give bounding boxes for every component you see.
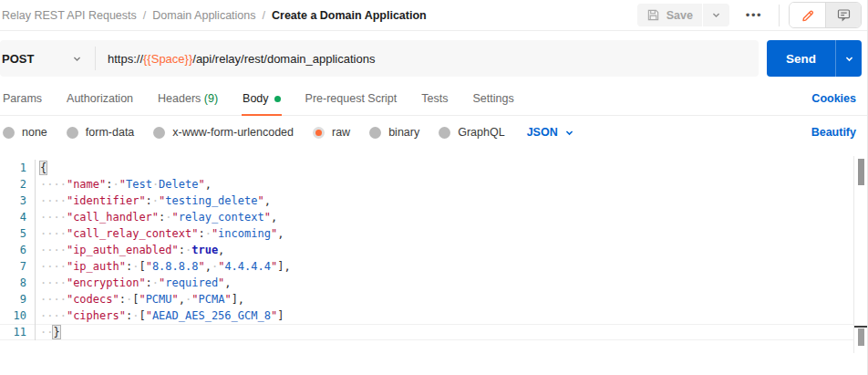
whitespace-dots: ·: [152, 276, 159, 289]
method-select[interactable]: POST: [0, 52, 95, 66]
line-number: 1: [0, 160, 36, 176]
overview-decoration: [858, 328, 864, 346]
tab-modified-dot: [274, 96, 281, 102]
code-token: "ip_auth": [67, 260, 126, 273]
radio-icon: [67, 127, 78, 139]
code-token: ,: [271, 211, 277, 224]
send-button[interactable]: Send: [767, 40, 835, 77]
body-mode-radio-raw[interactable]: raw: [313, 126, 350, 139]
save-options-button[interactable]: [702, 4, 729, 26]
code-line[interactable]: 8····"encryption":·"required",: [0, 275, 867, 291]
radio-icon: [439, 127, 450, 139]
tab-body[interactable]: Body: [242, 82, 282, 115]
comments-button[interactable]: [825, 3, 861, 27]
line-content: ····"encryption":·"required",: [36, 275, 232, 291]
url-input[interactable]: https://{{Space}}/api/relay/rest/domain_…: [96, 52, 375, 66]
radio-icon: [313, 127, 325, 139]
code-token: ,: [264, 194, 271, 207]
code-token: Delete: [159, 178, 198, 191]
tab-pre-request-script[interactable]: Pre-request Script: [305, 82, 398, 115]
line-content: ····"call_handler":·"relay_context",: [36, 209, 277, 225]
language-label: JSON: [527, 126, 558, 139]
whitespace-dots: ··: [40, 326, 53, 339]
radio-label: form-data: [86, 126, 135, 139]
code-token: ,: [224, 276, 231, 289]
code-token: ": [139, 293, 145, 306]
whitespace-dots: ····: [40, 211, 67, 224]
whitespace-dots: ····: [40, 178, 67, 191]
code-token: :: [119, 293, 126, 306]
code-token: ": [146, 260, 152, 273]
request-tabs-row: ParamsAuthorizationHeaders (9)BodyPre-re…: [0, 82, 867, 116]
whitespace-dots: ····: [40, 276, 67, 289]
code-line[interactable]: 2····"name":·"Test·Delete",: [0, 176, 867, 193]
tab-params[interactable]: Params: [2, 82, 43, 115]
code-token: ": [172, 293, 179, 306]
url-path: /api/relay/rest/domain_applications: [192, 52, 375, 66]
line-number: 7: [0, 258, 36, 275]
code-token: ": [146, 309, 152, 322]
code-token: required: [165, 276, 218, 289]
edit-mode-button[interactable]: [790, 3, 825, 27]
tab-label: Tests: [421, 92, 448, 105]
tab-label: Settings: [472, 92, 513, 105]
body-mode-radio-form-data[interactable]: form-data: [67, 126, 135, 139]
code-line[interactable]: 5····"call_relay_context":·"incoming",: [0, 225, 867, 242]
code-token: ,: [179, 293, 185, 306]
tab-settings[interactable]: Settings: [471, 82, 514, 115]
code-token: {: [40, 161, 46, 174]
code-line[interactable]: 6····"ip_auth_enabled":·true,: [0, 242, 867, 258]
code-token: 4.4.4.4: [224, 260, 271, 273]
edit-comment-toggle: [789, 2, 862, 28]
tab-headers[interactable]: Headers (9): [157, 82, 219, 115]
breadcrumb-item: Create a Domain Application: [272, 9, 427, 22]
whitespace-dots: ·: [152, 194, 159, 207]
code-token: testing_delete: [165, 194, 257, 207]
radio-label: binary: [388, 126, 419, 139]
editor-scrollbar[interactable]: [853, 156, 867, 353]
tab-tests[interactable]: Tests: [420, 82, 449, 115]
tab-label: Body: [243, 92, 269, 105]
tab-label: Params: [3, 92, 42, 105]
language-select[interactable]: JSON: [527, 126, 574, 139]
whitespace-dots: ····: [40, 309, 67, 322]
code-token: [: [139, 260, 145, 273]
header-divider: [779, 5, 780, 26]
code-line[interactable]: 9····"codecs":·["PCMU",·"PCMA"],: [0, 291, 867, 307]
code-token: :: [146, 276, 152, 289]
code-line[interactable]: 7····"ip_auth":·["8.8.8.8",·"4.4.4.4"],: [0, 258, 867, 275]
code-lines[interactable]: 1{2····"name":·"Test·Delete",3····"ident…: [0, 156, 867, 340]
tab-authorization[interactable]: Authorization: [66, 82, 134, 115]
code-token: :: [146, 194, 152, 207]
code-line[interactable]: 11··}: [0, 324, 867, 340]
whitespace-dots: ·: [113, 178, 119, 191]
line-content: ····"ciphers":·["AEAD_AES_256_GCM_8"]: [36, 307, 284, 324]
code-line[interactable]: 10····"ciphers":·["AEAD_AES_256_GCM_8"]: [0, 307, 867, 324]
cookies-link[interactable]: Cookies: [811, 92, 856, 105]
header-actions: Save •••: [637, 2, 863, 28]
more-actions-button[interactable]: •••: [739, 6, 770, 24]
code-token: "identifier": [67, 194, 146, 207]
code-token: "name": [67, 178, 106, 191]
whitespace-dots: ·: [165, 211, 171, 224]
body-mode-radio-none[interactable]: none: [3, 126, 47, 139]
body-editor[interactable]: 1{2····"name":·"Test·Delete",3····"ident…: [0, 156, 867, 353]
radio-label: raw: [332, 126, 350, 139]
save-button[interactable]: Save: [637, 4, 702, 26]
code-line[interactable]: 1{: [0, 160, 867, 176]
code-token: ],: [277, 260, 290, 273]
beautify-link[interactable]: Beautify: [811, 126, 856, 139]
code-line[interactable]: 4····"call_handler":·"relay_context",: [0, 209, 867, 225]
body-mode-radio-x-www-form-urlencoded[interactable]: x-www-form-urlencoded: [153, 126, 294, 139]
whitespace-dots: ····: [40, 260, 67, 273]
scrollbar-thumb[interactable]: [858, 159, 864, 185]
body-mode-radio-graphql[interactable]: GraphQL: [439, 126, 504, 139]
tab-label: Authorization: [67, 92, 133, 105]
save-button-label: Save: [666, 9, 693, 22]
body-mode-row: noneform-datax-www-form-urlencodedrawbin…: [0, 116, 867, 149]
save-button-group: Save: [637, 4, 729, 26]
send-options-button[interactable]: [835, 40, 862, 77]
body-mode-radio-binary[interactable]: binary: [369, 126, 419, 139]
line-content: ····"codecs":·["PCMU",·"PCMA"],: [36, 291, 244, 307]
code-line[interactable]: 3····"identifier":·"testing_delete",: [0, 193, 867, 209]
